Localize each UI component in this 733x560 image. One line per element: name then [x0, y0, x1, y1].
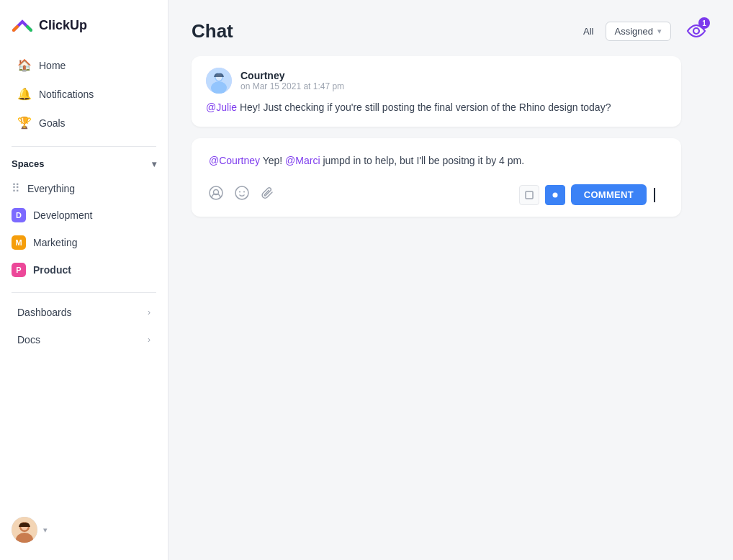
goals-icon: 🏆: [17, 116, 30, 130]
user-mention-icon[interactable]: [209, 186, 223, 204]
main-content: Chat All Assigned ▾ 1: [168, 0, 733, 560]
clickup-logo-icon: [12, 14, 33, 36]
sidebar-item-product-label: Product: [33, 264, 71, 276]
sidebar-item-goals[interactable]: 🏆 Goals: [6, 109, 162, 137]
dashboards-chevron-icon: ›: [148, 307, 150, 317]
watch-count-badge: 1: [698, 17, 710, 29]
sidebar: ClickUp 🏠 Home 🔔 Notifications 🏆 Goals S…: [0, 0, 168, 560]
main-header: Chat All Assigned ▾ 1: [168, 0, 733, 56]
filter-assigned-dropdown[interactable]: Assigned ▾: [606, 22, 671, 41]
reply-tools-left: [209, 186, 275, 204]
emoji-icon[interactable]: [235, 186, 249, 204]
mention-marci[interactable]: @Marci: [285, 155, 320, 166]
svg-point-15: [552, 192, 557, 197]
comment-button[interactable]: COMMENT: [571, 184, 647, 205]
spaces-header[interactable]: Spaces ▾: [0, 153, 168, 175]
filter-assigned-label: Assigned: [615, 26, 653, 37]
sidebar-item-marketing[interactable]: M Marketing: [0, 230, 168, 256]
sidebar-item-notifications[interactable]: 🔔 Notifications: [6, 80, 162, 108]
docs-label: Docs: [17, 334, 40, 346]
filter-chevron-icon: ▾: [657, 27, 662, 36]
format-square-button[interactable]: [519, 185, 539, 205]
marketing-badge: M: [12, 235, 26, 250]
avatar: [12, 517, 37, 543]
reply-text-1: Yep!: [260, 155, 285, 166]
logo-text: ClickUp: [39, 18, 87, 33]
dots-icon: ⠿: [12, 181, 20, 195]
logo: ClickUp: [0, 0, 168, 48]
attach-icon[interactable]: [261, 186, 275, 204]
chat-area: Courtney on Mar 15 2021 at 1:47 pm @Juli…: [168, 56, 733, 560]
blue-dot-button[interactable]: [545, 185, 565, 205]
watch-button[interactable]: 1: [683, 17, 710, 45]
reply-text-2: jumpd in to help, but I'll be positng it…: [320, 155, 525, 166]
home-icon: 🏠: [17, 58, 30, 72]
sidebar-item-everything-label: Everything: [27, 183, 75, 194]
bell-icon: 🔔: [17, 87, 30, 101]
sidebar-nav: 🏠 Home 🔔 Notifications 🏆 Goals: [0, 48, 168, 140]
page-title: Chat: [192, 20, 583, 42]
mention-julie[interactable]: @Julie: [206, 101, 237, 113]
reply-card: @Courtney Yep! @Marci jumpd in to help, …: [192, 138, 681, 217]
sidebar-item-home-label: Home: [39, 60, 66, 71]
sidebar-item-dashboards[interactable]: Dashboards ›: [6, 299, 162, 325]
dashboards-label: Dashboards: [17, 307, 72, 318]
user-chevron-icon: ▾: [43, 525, 48, 535]
sidebar-item-product[interactable]: P Product: [0, 257, 168, 283]
svg-rect-14: [526, 191, 533, 199]
svg-point-12: [239, 191, 240, 193]
message-body: @Julie Hey! Just checking if you're stil…: [206, 99, 667, 115]
sidebar-item-development[interactable]: D Development: [0, 202, 168, 228]
message-meta: Courtney on Mar 15 2021 at 1:47 pm: [240, 70, 344, 91]
reply-tools-right: COMMENT: [519, 184, 664, 205]
docs-chevron-icon: ›: [148, 335, 150, 345]
divider: [12, 146, 156, 147]
message-text: Hey! Just checking if you're still posti…: [237, 101, 611, 113]
reply-toolbar: COMMENT: [209, 184, 664, 205]
sidebar-item-marketing-label: Marketing: [33, 237, 77, 248]
product-badge: P: [12, 263, 26, 277]
svg-point-13: [243, 191, 245, 193]
sidebar-item-goals-label: Goals: [39, 117, 66, 129]
sidebar-item-notifications-label: Notifications: [39, 89, 94, 100]
spaces-label: Spaces: [12, 158, 45, 169]
sidebar-item-everything[interactable]: ⠿ Everything: [0, 176, 168, 201]
mention-courtney[interactable]: @Courtney: [209, 155, 260, 166]
message-header: Courtney on Mar 15 2021 at 1:47 pm: [206, 68, 667, 94]
courtney-avatar: [206, 68, 232, 94]
development-badge: D: [12, 208, 26, 222]
header-actions: All Assigned ▾ 1: [583, 17, 710, 45]
svg-point-11: [235, 186, 248, 199]
spaces-chevron-icon: ▾: [152, 159, 156, 169]
cursor-icon: [654, 188, 664, 202]
divider-2: [12, 292, 156, 293]
user-profile[interactable]: ▾: [0, 511, 168, 548]
message-card: Courtney on Mar 15 2021 at 1:47 pm @Juli…: [192, 56, 681, 127]
sidebar-item-home[interactable]: 🏠 Home: [6, 51, 162, 79]
sidebar-item-development-label: Development: [33, 209, 93, 221]
filter-all-button[interactable]: All: [583, 26, 593, 37]
message-author: Courtney: [240, 70, 344, 81]
message-timestamp: on Mar 15 2021 at 1:47 pm: [240, 81, 344, 91]
sidebar-item-docs[interactable]: Docs ›: [6, 327, 162, 353]
svg-point-4: [693, 28, 699, 34]
reply-text: @Courtney Yep! @Marci jumpd in to help, …: [209, 153, 664, 170]
